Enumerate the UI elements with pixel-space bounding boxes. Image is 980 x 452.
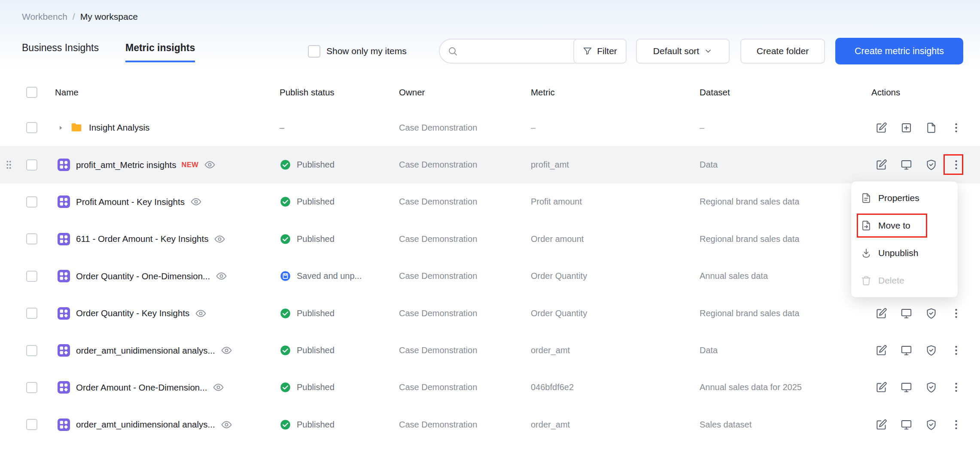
- edit-icon[interactable]: [876, 122, 887, 134]
- shield-check-icon[interactable]: [925, 345, 937, 356]
- column-header-publish-status[interactable]: Publish status: [280, 87, 399, 98]
- edit-icon[interactable]: [876, 345, 887, 356]
- row-checkbox[interactable]: [26, 233, 37, 244]
- metric-cell: 046bfdf6e2: [531, 382, 700, 392]
- row-name-label[interactable]: Insight Analysis: [89, 122, 149, 133]
- metric-cell: –: [531, 123, 700, 133]
- add-in-folder-icon[interactable]: [901, 122, 912, 134]
- table-row[interactable]: Insight Analysis – Case Demonstration – …: [0, 109, 980, 146]
- table-row[interactable]: Profit Amount - Key Insights Published C…: [0, 183, 980, 220]
- preview-eye-icon[interactable]: [191, 196, 201, 207]
- table-row[interactable]: order_amt_unidimensional analys... Publi…: [0, 332, 980, 369]
- more-actions-kebab-icon[interactable]: [950, 382, 962, 393]
- table-row[interactable]: Order Amount - One-Dimension... Publishe…: [0, 369, 980, 406]
- owner-cell: Case Demonstration: [399, 123, 531, 133]
- row-checkbox[interactable]: [26, 419, 37, 430]
- document-icon[interactable]: [925, 122, 937, 134]
- row-name-label[interactable]: profit_amt_Metric insights: [76, 160, 177, 170]
- preview-eye-icon[interactable]: [204, 159, 215, 170]
- status-published-icon: [280, 233, 291, 245]
- metric-insight-icon: [58, 159, 70, 171]
- move-to-icon: [861, 220, 872, 231]
- row-checkbox[interactable]: [26, 122, 37, 133]
- table-row[interactable]: Order Quantity - One-Dimension... Saved …: [0, 258, 980, 295]
- table-row[interactable]: order_amt_unidimensional analys... Publi…: [0, 406, 980, 443]
- name-cell: Insight Analysis: [55, 121, 280, 134]
- drag-handle[interactable]: [5, 159, 12, 171]
- status-label: Published: [297, 234, 335, 244]
- default-sort-dropdown[interactable]: Default sort: [636, 39, 730, 64]
- item-actions: [876, 308, 962, 319]
- more-actions-kebab-icon[interactable]: [950, 345, 962, 356]
- column-header-metric[interactable]: Metric: [531, 87, 700, 98]
- tab-metric-insights[interactable]: Metric insights: [125, 42, 195, 62]
- preview-eye-icon[interactable]: [221, 419, 232, 430]
- edit-icon[interactable]: [876, 159, 887, 171]
- row-name-label[interactable]: Order Quantity - One-Dimension...: [76, 271, 210, 281]
- preview-eye-icon[interactable]: [195, 308, 206, 319]
- column-header-dataset[interactable]: Dataset: [700, 87, 871, 98]
- create-metric-insights-button[interactable]: Create metric insights: [835, 38, 963, 64]
- metric-insight-icon: [58, 307, 70, 320]
- preview-eye-icon[interactable]: [214, 234, 225, 244]
- dataset-cell: Regional brand sales data: [700, 308, 871, 318]
- preview-eye-icon[interactable]: [216, 271, 227, 281]
- properties-icon: [861, 192, 872, 204]
- select-all-checkbox[interactable]: [26, 87, 37, 98]
- row-name-label[interactable]: 611 - Order Amount - Key Insights: [76, 234, 208, 244]
- preview-eye-icon[interactable]: [221, 345, 232, 356]
- owner-cell: Case Demonstration: [399, 271, 531, 281]
- menu-item-move-to[interactable]: Move to: [851, 212, 958, 239]
- status-cell: Published: [280, 382, 399, 393]
- workbench-page: Workbench / My workspace Business Insigh…: [0, 0, 980, 452]
- display-monitor-icon[interactable]: [901, 382, 912, 393]
- menu-item-unpublish[interactable]: Unpublish: [851, 239, 958, 267]
- row-name-label[interactable]: Order Amount - One-Dimension...: [76, 382, 207, 393]
- filter-button[interactable]: Filter: [573, 39, 627, 64]
- display-monitor-icon[interactable]: [901, 159, 912, 171]
- row-name-label[interactable]: order_amt_unidimensional analys...: [76, 345, 215, 356]
- create-folder-button[interactable]: Create folder: [740, 39, 825, 64]
- row-checkbox[interactable]: [26, 308, 37, 319]
- column-header-owner[interactable]: Owner: [399, 87, 531, 98]
- row-checkbox[interactable]: [26, 382, 37, 393]
- menu-item-delete[interactable]: Delete: [851, 267, 958, 294]
- row-checkbox[interactable]: [26, 159, 37, 171]
- preview-eye-icon[interactable]: [213, 382, 224, 393]
- row-checkbox[interactable]: [26, 196, 37, 208]
- shield-check-icon[interactable]: [925, 308, 937, 319]
- actions-cell: [871, 382, 980, 393]
- show-only-my-items-label: Show only my items: [326, 46, 407, 56]
- status-label: Published: [297, 382, 335, 392]
- row-checkbox[interactable]: [26, 271, 37, 282]
- more-actions-kebab-icon[interactable]: [950, 122, 962, 134]
- display-monitor-icon[interactable]: [901, 345, 912, 356]
- column-header-name[interactable]: Name: [55, 87, 280, 98]
- show-only-my-items-checkbox[interactable]: [308, 45, 320, 58]
- metric-cell: Order amount: [531, 234, 700, 244]
- more-actions-kebab-icon[interactable]: [950, 159, 962, 171]
- shield-check-icon[interactable]: [925, 159, 937, 171]
- menu-item-properties[interactable]: Properties: [851, 184, 958, 212]
- row-name-label[interactable]: Profit Amount - Key Insights: [76, 197, 185, 207]
- name-cell: order_amt_unidimensional analys...: [55, 418, 280, 431]
- edit-icon[interactable]: [876, 419, 887, 431]
- shield-check-icon[interactable]: [925, 382, 937, 393]
- display-monitor-icon[interactable]: [901, 308, 912, 319]
- table-row[interactable]: Order Quantity - Key Insights Published …: [0, 295, 980, 332]
- status-cell: –: [280, 123, 399, 133]
- expand-caret-icon[interactable]: [58, 125, 64, 131]
- shield-check-icon[interactable]: [925, 419, 937, 431]
- more-actions-kebab-icon[interactable]: [950, 419, 962, 431]
- row-checkbox[interactable]: [26, 345, 37, 356]
- tab-business-insights[interactable]: Business Insights: [22, 42, 99, 62]
- row-name-label[interactable]: order_amt_unidimensional analys...: [76, 419, 215, 430]
- display-monitor-icon[interactable]: [901, 419, 912, 431]
- table-row[interactable]: profit_amt_Metric insights NEW Published…: [0, 146, 980, 183]
- edit-icon[interactable]: [876, 382, 887, 393]
- edit-icon[interactable]: [876, 308, 887, 319]
- table-row[interactable]: 611 - Order Amount - Key Insights Publis…: [0, 220, 980, 257]
- row-name-label[interactable]: Order Quantity - Key Insights: [76, 308, 189, 318]
- more-actions-kebab-icon[interactable]: [950, 308, 962, 319]
- breadcrumb-workbench[interactable]: Workbench: [22, 12, 67, 22]
